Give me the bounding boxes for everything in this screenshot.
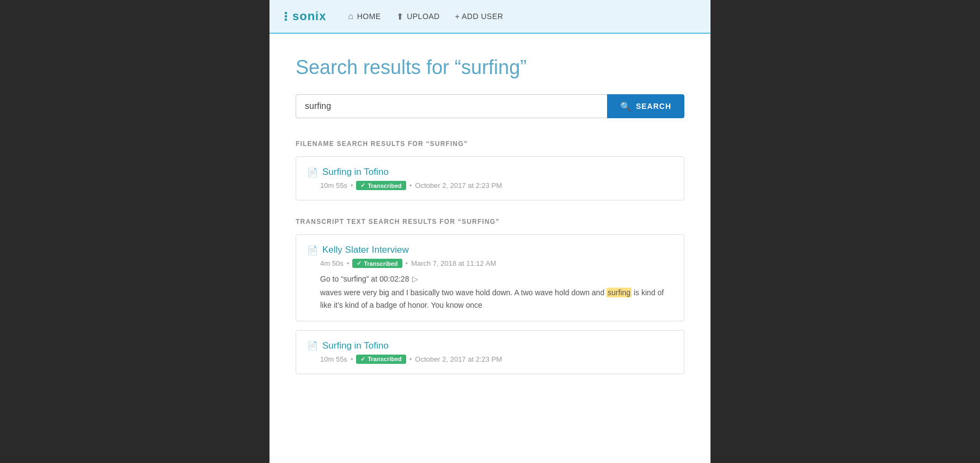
- play-icon-0: ▷: [412, 275, 418, 283]
- file-icon-0: 📄: [307, 167, 318, 178]
- transcript-highlight-0: surfing: [607, 288, 632, 297]
- search-button-label: SEARCH: [636, 102, 671, 111]
- transcript-result-meta-1: 10m 55s • Transcribed • October 2, 2017 …: [320, 355, 673, 364]
- logo-bars-icon: ⫶: [283, 9, 288, 24]
- nav-links: ⌂ HOME ⬆ UPLOAD + ADD USER: [348, 11, 503, 22]
- search-button[interactable]: 🔍 SEARCH: [607, 94, 684, 118]
- dot-sep-0: •: [351, 181, 353, 190]
- dot-sep-1: •: [409, 181, 412, 190]
- home-link[interactable]: ⌂ HOME: [348, 11, 381, 21]
- transcript-section: TRANSCRIPT TEXT SEARCH RESULTS FOR “SURF…: [296, 218, 684, 374]
- filename-result-name-0: Surfing in Tofino: [322, 167, 389, 178]
- filename-section: FILENAME SEARCH RESULTS FOR “SURFING” 📄 …: [296, 140, 684, 200]
- search-icon: 🔍: [620, 101, 632, 112]
- add-user-link[interactable]: + ADD USER: [455, 12, 504, 21]
- dot-sep-2: •: [347, 259, 350, 267]
- logo-text: sonix: [292, 9, 326, 23]
- file-icon-2: 📄: [307, 340, 318, 351]
- transcribed-badge-1: Transcribed: [352, 259, 402, 268]
- filename-result-title-0[interactable]: 📄 Surfing in Tofino: [307, 167, 673, 178]
- filename-result-meta-0: 10m 55s • Transcribed • October 2, 2017 …: [320, 181, 673, 190]
- search-input[interactable]: [296, 94, 607, 118]
- goto-link-0[interactable]: Go to “surfing” at 00:02:28 ▷: [320, 275, 673, 283]
- add-user-label: + ADD USER: [455, 12, 504, 21]
- transcript-result-card-0: 📄 Kelly Slater Interview 4m 50s • Transc…: [296, 234, 684, 321]
- transcript-result-duration-0: 4m 50s: [320, 259, 344, 267]
- transcript-result-title-1[interactable]: 📄 Surfing in Tofino: [307, 340, 673, 351]
- transcribed-badge-2: Transcribed: [356, 355, 406, 364]
- home-label: HOME: [357, 12, 381, 21]
- transcript-result-duration-1: 10m 55s: [320, 355, 347, 363]
- transcript-result-title-0[interactable]: 📄 Kelly Slater Interview: [307, 245, 673, 255]
- transcript-result-card-1: 📄 Surfing in Tofino 10m 55s • Transcribe…: [296, 330, 684, 374]
- transcript-result-name-1: Surfing in Tofino: [322, 340, 389, 351]
- transcript-section-header: TRANSCRIPT TEXT SEARCH RESULTS FOR “SURF…: [296, 218, 684, 226]
- upload-link[interactable]: ⬆ UPLOAD: [396, 11, 440, 22]
- filename-result-card-0: 📄 Surfing in Tofino 10m 55s • Transcribe…: [296, 156, 684, 200]
- transcript-result-date-0: March 7, 2018 at 11:12 AM: [411, 259, 496, 267]
- filename-result-date-0: October 2, 2017 at 2:23 PM: [415, 181, 502, 190]
- main-content: Search results for “surfing” 🔍 SEARCH FI…: [270, 34, 710, 405]
- transcript-text-0: waves were very big and I basically two …: [320, 287, 673, 311]
- dot-sep-3: •: [406, 259, 408, 267]
- page-title: Search results for “surfing”: [296, 56, 684, 79]
- dot-sep-4: •: [351, 355, 353, 363]
- dot-sep-5: •: [409, 355, 412, 363]
- navbar: ⫶ sonix ⌂ HOME ⬆ UPLOAD + ADD USER: [270, 0, 710, 34]
- home-icon: ⌂: [348, 11, 353, 21]
- file-icon-1: 📄: [307, 245, 318, 255]
- transcribed-badge-0: Transcribed: [356, 181, 406, 190]
- transcript-result-name-0: Kelly Slater Interview: [322, 245, 409, 255]
- filename-result-duration-0: 10m 55s: [320, 181, 347, 190]
- transcript-result-meta-0: 4m 50s • Transcribed • March 7, 2018 at …: [320, 259, 673, 268]
- transcript-result-date-1: October 2, 2017 at 2:23 PM: [415, 355, 502, 363]
- logo[interactable]: ⫶ sonix: [283, 9, 326, 24]
- goto-text-0: Go to “surfing” at 00:02:28: [320, 275, 409, 283]
- upload-icon: ⬆: [396, 11, 404, 22]
- filename-section-header: FILENAME SEARCH RESULTS FOR “SURFING”: [296, 140, 684, 148]
- search-bar-container: 🔍 SEARCH: [296, 94, 684, 118]
- transcript-before-0: waves were very big and I basically two …: [320, 288, 607, 297]
- upload-label: UPLOAD: [407, 12, 440, 21]
